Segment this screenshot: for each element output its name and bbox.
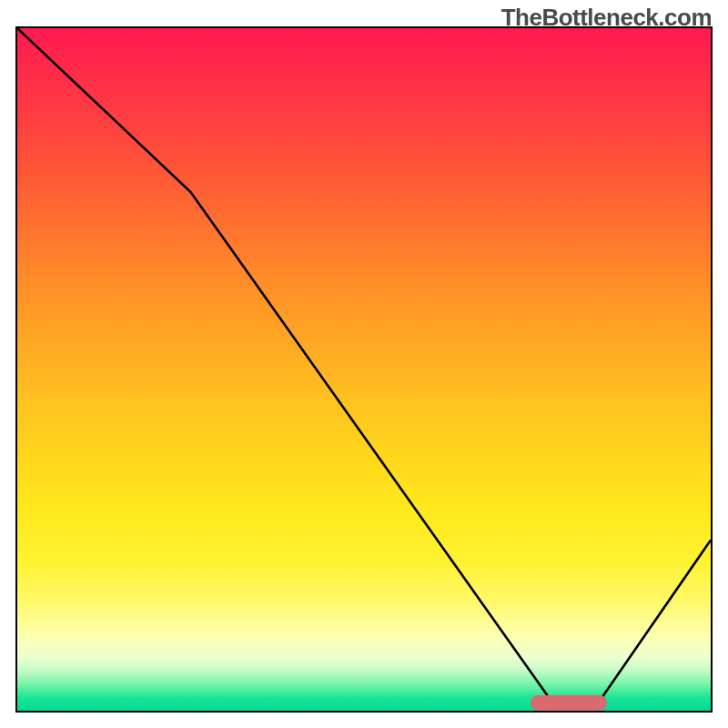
line-curve bbox=[17, 28, 711, 711]
chart-area bbox=[15, 26, 713, 713]
optimal-range-marker bbox=[531, 695, 607, 711]
